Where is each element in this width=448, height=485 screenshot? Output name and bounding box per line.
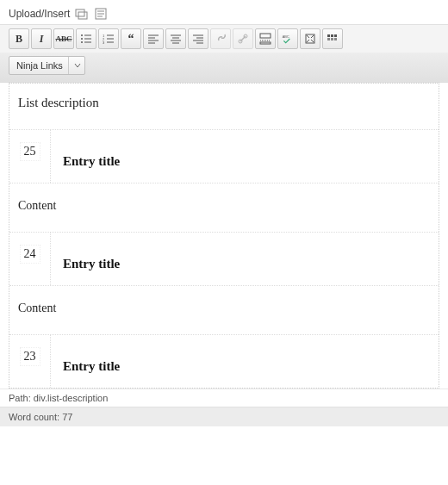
entry-title: Entry title [51,335,439,388]
svg-point-7 [81,38,83,40]
bold-button[interactable]: B [9,28,29,49]
entry-row: 25 Entry title [9,130,439,183]
svg-rect-38 [331,34,333,37]
dropdown-label: Ninja Links [16,60,63,71]
chevron-down-icon [68,57,81,74]
more-tag-button[interactable] [255,28,276,49]
fullscreen-button[interactable] [300,28,320,49]
svg-rect-32 [260,34,271,38]
entry-title: Entry title [51,130,439,183]
ordered-list-button[interactable]: 123 [98,28,119,49]
link-button[interactable] [210,28,231,49]
upload-insert-label: Upload/Insert [9,8,70,20]
svg-rect-39 [334,34,337,37]
entry-number: 24 [9,233,51,285]
svg-rect-41 [331,38,333,40]
wordcount-prefix: Word count: [9,412,62,422]
svg-rect-0 [76,9,84,16]
svg-rect-34 [260,42,271,44]
path-prefix: Path: [9,393,34,403]
editor-content[interactable]: List description 25 Entry title Content … [0,83,448,389]
svg-point-6 [81,34,83,36]
path-row: Path: div.list-description [0,389,448,407]
svg-text:ABC: ABC [283,34,289,39]
entry-content: Content [9,183,439,233]
svg-text:3: 3 [103,40,105,45]
upload-row: Upload/Insert [0,0,448,24]
svg-rect-37 [327,34,330,37]
list-description: List description [9,84,439,130]
entry-number: 23 [9,335,51,388]
wordcount-value: 77 [62,412,72,422]
svg-rect-40 [327,38,330,40]
entry-content: Content [9,286,439,335]
italic-button[interactable]: I [31,28,52,49]
path-value[interactable]: div.list-description [34,393,109,403]
entry-row: 23 Entry title [9,335,439,388]
entry-title: Entry title [51,233,439,285]
unlink-button[interactable] [233,28,253,49]
svg-point-8 [81,41,83,43]
svg-rect-1 [78,12,87,19]
add-media-icon[interactable] [75,7,89,21]
editor-toolbar: B I ABC 123 “ ABC Ninja Links [0,24,448,83]
blockquote-button[interactable]: “ [121,28,141,49]
ninja-links-dropdown[interactable]: Ninja Links [9,56,85,75]
strikethrough-button[interactable]: ABC [53,28,74,49]
kitchen-sink-button[interactable] [322,28,343,49]
svg-rect-42 [334,38,337,40]
add-form-icon[interactable] [94,7,108,21]
unordered-list-button[interactable] [76,28,96,49]
entry-number: 25 [9,130,51,183]
spellcheck-button[interactable]: ABC [277,28,298,49]
wordcount-row: Word count: 77 [0,407,448,426]
align-left-button[interactable] [143,28,164,49]
align-right-button[interactable] [188,28,208,49]
entry-row: 24 Entry title [9,233,439,286]
align-center-button[interactable] [165,28,186,49]
